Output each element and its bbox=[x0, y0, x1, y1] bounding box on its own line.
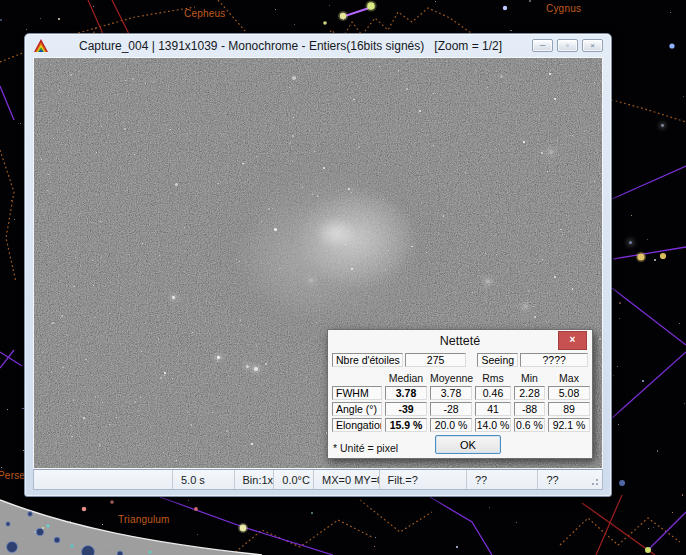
status-empty bbox=[34, 470, 173, 489]
prism-app-icon bbox=[33, 38, 49, 53]
seeing-label: Seeing bbox=[477, 353, 518, 367]
star-dot bbox=[160, 377, 162, 379]
star-dot bbox=[7, 409, 8, 410]
star-dot bbox=[172, 296, 175, 299]
star-dot bbox=[524, 304, 528, 308]
star-dot bbox=[456, 546, 458, 548]
minimize-button[interactable]: ─ bbox=[532, 39, 553, 52]
star-dot bbox=[533, 306, 534, 307]
star-dot bbox=[629, 241, 632, 244]
stat-cell: 3.78 bbox=[430, 386, 472, 400]
star-dot bbox=[261, 221, 262, 222]
star-dot bbox=[486, 177, 488, 179]
stat-cell: 2.28 bbox=[514, 386, 545, 400]
status-temperature: 0.0°C bbox=[274, 470, 314, 489]
star-dot bbox=[472, 292, 473, 293]
ok-button[interactable]: OK bbox=[435, 435, 501, 454]
stat-cell: 15.9 % bbox=[385, 418, 427, 432]
star-dot bbox=[70, 521, 71, 522]
star-dot bbox=[524, 215, 525, 216]
maximize-button[interactable]: ▫ bbox=[557, 39, 578, 52]
stat-cell: 0.46 bbox=[475, 386, 511, 400]
col-header-moyenne: Moyenne bbox=[430, 372, 472, 384]
star-dot bbox=[100, 221, 101, 222]
row-label: Angle (°) bbox=[332, 402, 382, 416]
star-dot bbox=[312, 194, 313, 195]
star-dot bbox=[464, 182, 465, 183]
star-dot bbox=[52, 322, 54, 324]
star-dot bbox=[478, 270, 479, 271]
star-dot bbox=[618, 424, 619, 425]
star-dot bbox=[353, 231, 354, 232]
window-titlebar[interactable]: Capture_004 | 1391x1039 - Monochrome - E… bbox=[33, 34, 603, 57]
star-dot bbox=[92, 260, 93, 261]
star-dot bbox=[222, 129, 223, 130]
star-dot bbox=[89, 361, 90, 362]
star-dot bbox=[379, 66, 380, 67]
star-dot bbox=[433, 93, 434, 94]
star-dot bbox=[66, 305, 67, 306]
star-dot bbox=[529, 0, 531, 2]
star-dot bbox=[93, 110, 94, 111]
star-dot bbox=[558, 154, 559, 155]
star-dot bbox=[142, 243, 143, 244]
star-dot bbox=[398, 70, 399, 71]
row-label: FWHM bbox=[332, 386, 382, 400]
star-dot bbox=[26, 29, 27, 30]
star-dot bbox=[289, 87, 290, 88]
star-dot bbox=[354, 463, 356, 465]
star-dot bbox=[70, 425, 71, 426]
star-dot bbox=[491, 462, 492, 463]
star-dot bbox=[59, 293, 60, 294]
star-dot bbox=[0, 19, 2, 21]
star-dot bbox=[541, 152, 543, 154]
star-dot bbox=[670, 12, 671, 13]
star-dot bbox=[242, 350, 244, 352]
star-dot bbox=[132, 78, 134, 80]
star-dot bbox=[598, 114, 599, 115]
star-dot bbox=[188, 500, 189, 501]
star-dot bbox=[104, 432, 105, 433]
stat-cell: -28 bbox=[430, 402, 472, 416]
stat-cell: 3.78 bbox=[385, 386, 427, 400]
star-dot bbox=[617, 366, 618, 367]
star-dot bbox=[251, 443, 253, 445]
constellation-label-triangulum: Triangulum bbox=[118, 514, 170, 525]
star-dot bbox=[383, 199, 384, 200]
close-button[interactable]: × bbox=[582, 39, 603, 52]
star-dot bbox=[139, 445, 141, 447]
star-dot bbox=[95, 396, 96, 397]
star-dot bbox=[522, 308, 523, 309]
star-dot bbox=[194, 401, 195, 402]
star-dot bbox=[293, 117, 294, 118]
star-dot bbox=[553, 209, 554, 210]
col-header-rms: Rms bbox=[475, 372, 511, 384]
star-dot bbox=[496, 254, 497, 255]
resize-grip-icon[interactable] bbox=[596, 483, 598, 485]
star-dot bbox=[184, 113, 185, 114]
star-dot bbox=[642, 380, 644, 382]
star-dot bbox=[58, 18, 60, 20]
star-dot bbox=[205, 368, 206, 369]
dialog-titlebar[interactable]: Netteté × bbox=[332, 332, 588, 350]
status-exposure: 5.0 s bbox=[173, 470, 235, 489]
star-dot bbox=[268, 208, 270, 210]
star-dot bbox=[217, 183, 219, 185]
star-dot bbox=[549, 73, 551, 75]
star-dot bbox=[443, 215, 445, 217]
seeing-value: ???? bbox=[520, 353, 588, 367]
stat-cell: 0.6 % bbox=[514, 418, 545, 432]
star-dot bbox=[163, 452, 164, 453]
star-dot bbox=[83, 418, 84, 419]
star-dot bbox=[547, 171, 548, 172]
status-filter: Filt.=? bbox=[380, 470, 467, 489]
star-dot bbox=[145, 158, 146, 159]
star-dot bbox=[85, 359, 87, 361]
dialog-close-button[interactable]: × bbox=[558, 331, 587, 350]
star-dot bbox=[343, 19, 344, 20]
stat-cell: -39 bbox=[385, 402, 427, 416]
fields-spacer bbox=[466, 353, 477, 368]
star-dot bbox=[516, 522, 518, 524]
star-dot bbox=[510, 30, 512, 32]
col-header-max: Max bbox=[548, 372, 590, 384]
